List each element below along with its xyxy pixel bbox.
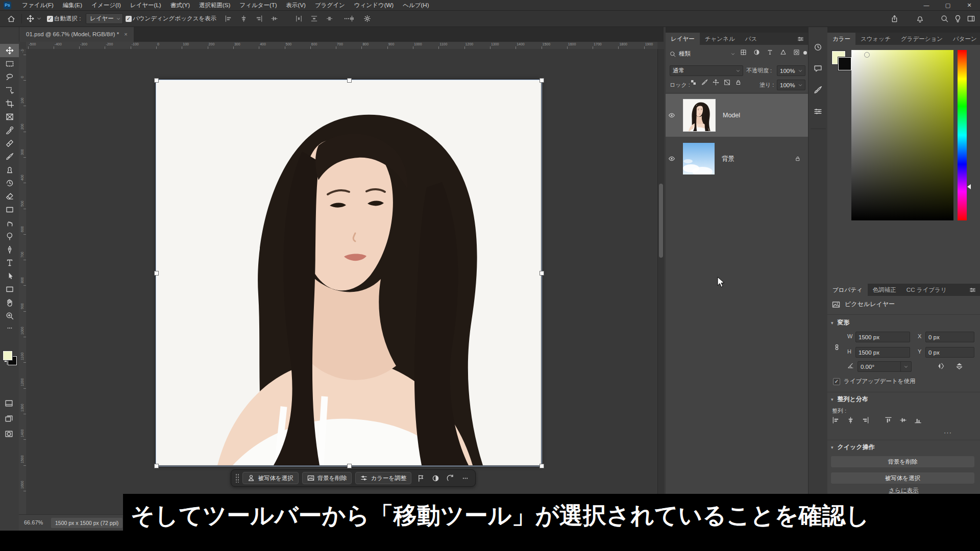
blend-mode-dropdown[interactable]: 通常 xyxy=(670,65,743,76)
color-tab-スウォッチ[interactable]: スウォッチ xyxy=(855,33,896,45)
move-tool[interactable] xyxy=(0,44,19,57)
history-brush-tool[interactable] xyxy=(0,177,19,190)
tool-presets-icon[interactable] xyxy=(814,107,822,116)
menu-item-書式[interactable]: 書式(Y) xyxy=(166,0,194,10)
flip-horizontal-icon[interactable] xyxy=(937,362,945,370)
show-more-link[interactable]: さらに表示 xyxy=(827,487,980,494)
canvas-scrollbar[interactable] xyxy=(657,49,664,514)
smudge-tool[interactable] xyxy=(0,216,19,230)
rectangle-tool[interactable] xyxy=(0,283,19,296)
height-field[interactable]: 1500 px xyxy=(855,347,910,358)
filter-shape-icon[interactable] xyxy=(780,49,787,56)
menu-item-レイヤー[interactable]: レイヤー(L) xyxy=(126,0,166,10)
transform-section-header[interactable]: ▾変形 xyxy=(831,318,850,327)
screen-c-icon[interactable] xyxy=(5,430,13,440)
comments-icon[interactable] xyxy=(814,64,822,73)
properties-tab-色調補正[interactable]: 色調補正 xyxy=(868,284,901,296)
lock-checker-icon[interactable] xyxy=(690,79,697,86)
tab-close-icon[interactable]: × xyxy=(124,31,127,37)
opacity-value[interactable]: 100% xyxy=(777,65,805,76)
discover-bulb-icon[interactable] xyxy=(954,11,962,27)
menu-item-選択範囲[interactable]: 選択範囲(S) xyxy=(194,0,235,10)
menu-item-ウィンドウ[interactable]: ウィンドウ(W) xyxy=(350,0,398,10)
menu-item-ファイル[interactable]: ファイル(F) xyxy=(17,0,58,10)
filter-adjust-icon[interactable] xyxy=(753,49,760,56)
menu-item-フィルター[interactable]: フィルター(T) xyxy=(235,0,281,10)
remove-background-taskbar-button[interactable]: 背景を削除 xyxy=(302,472,352,484)
tool-preset-caret-icon[interactable] xyxy=(37,11,41,27)
quick-actions-header[interactable]: ▾クイック操作 xyxy=(831,443,875,452)
bell-icon[interactable] xyxy=(916,11,924,27)
properties-tab-プロパティ[interactable]: プロパティ xyxy=(827,284,868,296)
path-select-tool[interactable] xyxy=(0,269,19,283)
align-section-header[interactable]: ▾整列と分布 xyxy=(831,395,868,404)
menu-item-イメージ[interactable]: イメージ(I) xyxy=(87,0,126,10)
options-align-m-icon[interactable] xyxy=(271,11,278,27)
color-field[interactable] xyxy=(851,50,953,220)
gradient-tool[interactable] xyxy=(0,203,19,216)
search-icon[interactable] xyxy=(941,11,948,27)
dodge-tool[interactable] xyxy=(0,230,19,243)
props-align-c-icon[interactable] xyxy=(847,416,854,424)
filter-search-icon[interactable] xyxy=(670,51,676,57)
brush-settings-icon[interactable] xyxy=(814,86,822,94)
clone-stamp-tool[interactable] xyxy=(0,163,19,177)
fill-value[interactable]: 100% xyxy=(777,80,805,90)
hue-slider-arrow[interactable] xyxy=(967,184,971,189)
adjust-colors-taskbar-button[interactable]: カラーを調整 xyxy=(355,472,411,484)
layers-tab-レイヤー[interactable]: レイヤー xyxy=(666,33,700,45)
x-field[interactable]: 0 px xyxy=(925,332,974,342)
props-align-t-icon[interactable] xyxy=(885,416,892,424)
props-align-m-icon[interactable] xyxy=(899,416,907,424)
select-subject-taskbar-button[interactable]: 被写体を選択 xyxy=(242,472,298,484)
zoom-level[interactable]: 66.67% xyxy=(24,519,43,525)
workspace-icon[interactable] xyxy=(967,11,975,27)
layer-thumbnail[interactable] xyxy=(683,99,716,132)
layers-tab-パス[interactable]: パス xyxy=(740,33,763,45)
props-align-b-icon[interactable] xyxy=(914,416,922,424)
layers-tab-チャンネル[interactable]: チャンネル xyxy=(700,33,740,45)
layers-panel-menu-icon[interactable] xyxy=(797,36,804,42)
flag-taskbar-icon[interactable] xyxy=(415,472,426,484)
eyedropper-tool[interactable] xyxy=(0,123,19,137)
healing-tool[interactable] xyxy=(0,137,19,150)
hand-tool[interactable] xyxy=(0,296,19,309)
hue-slider[interactable] xyxy=(958,50,967,220)
options-dist-h-icon[interactable] xyxy=(348,11,356,27)
layer-thumbnail[interactable] xyxy=(683,143,715,174)
color-tab-グラデーション[interactable]: グラデーション xyxy=(896,33,948,45)
filter-toggle-icon[interactable] xyxy=(803,51,807,55)
maximize-button[interactable]: ▢ xyxy=(937,0,959,10)
options-align-l-icon[interactable] xyxy=(225,11,232,27)
pasteboard[interactable]: 被写体を選択背景を削除カラーを調整 xyxy=(26,49,657,514)
menu-item-表示[interactable]: 表示(V) xyxy=(282,0,310,10)
taskbar-more-icon[interactable] xyxy=(460,472,471,484)
zoom-tool[interactable] xyxy=(0,309,19,322)
layer-row-背景[interactable]: 背景 xyxy=(666,137,808,180)
menu-item-編集[interactable]: 編集(E) xyxy=(58,0,87,10)
options-dist-1-icon[interactable] xyxy=(295,11,303,27)
minimize-button[interactable]: — xyxy=(916,0,937,10)
layer-visibility-eye-icon[interactable] xyxy=(666,112,678,119)
history-icon[interactable] xyxy=(814,43,822,52)
options-align-r-icon[interactable] xyxy=(255,11,263,27)
object-select-tool[interactable] xyxy=(0,84,19,97)
crop-tool[interactable] xyxy=(0,97,19,110)
auto-select-checkbox[interactable]: ✓ xyxy=(47,11,53,27)
width-field[interactable]: 1500 px xyxy=(855,332,910,342)
filter-smart-icon[interactable] xyxy=(793,49,800,56)
taskbar-grip-handle[interactable] xyxy=(235,473,239,483)
auto-select-dropdown[interactable]: レイヤー xyxy=(86,11,123,27)
menu-item-プラグイン[interactable]: プラグイン xyxy=(310,0,350,10)
live-update-checkbox[interactable]: ✓ xyxy=(833,378,840,385)
share-icon[interactable] xyxy=(891,11,898,27)
y-field[interactable]: 0 px xyxy=(925,347,974,358)
marquee-tool[interactable] xyxy=(0,57,19,70)
filter-pixel-icon[interactable] xyxy=(740,49,747,56)
props-align-l-icon[interactable] xyxy=(832,416,840,424)
options-align-c-icon[interactable] xyxy=(240,11,248,27)
move-tool-option-icon[interactable] xyxy=(27,11,34,27)
close-button[interactable]: ✕ xyxy=(959,0,980,10)
bounding-box-checkbox[interactable]: ✓ xyxy=(126,11,132,27)
home-icon[interactable] xyxy=(7,11,15,27)
